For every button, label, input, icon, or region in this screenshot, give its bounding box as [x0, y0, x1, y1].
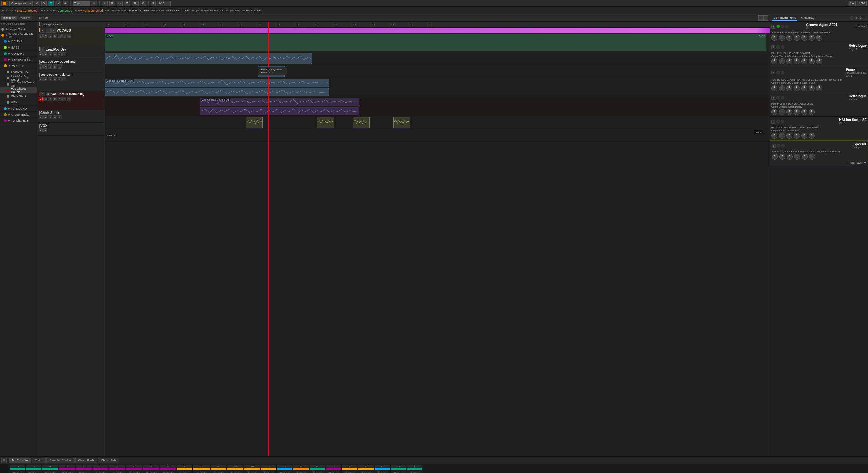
ch-l-btn-18[interactable]: L — [52, 471, 56, 473]
knob-1-1[interactable] — [771, 35, 777, 41]
mode-a[interactable]: A — [63, 1, 68, 6]
vst-freeze-1[interactable] — [785, 25, 789, 28]
vocals-ctrl-2[interactable]: ◀ — [43, 34, 47, 38]
ch-m-btn-32[interactable]: M — [279, 471, 283, 473]
rp-close-btn[interactable]: ✕ — [863, 16, 866, 20]
knob-3-2[interactable] — [779, 85, 785, 91]
ch-m-btn-26[interactable]: M — [179, 471, 182, 473]
ch-s-btn-21[interactable]: S — [99, 471, 102, 473]
cs-btn2[interactable]: ◀ — [43, 115, 47, 119]
knob-1-3[interactable] — [786, 35, 792, 41]
inspector-item-voc-chorus[interactable]: Voc Chorus Double — [0, 87, 37, 93]
vd-btn2[interactable]: ◀ — [43, 77, 47, 81]
ch-m-btn-24[interactable]: M — [146, 471, 149, 473]
tab-vst-instruments[interactable]: VST Instruments — [772, 15, 797, 21]
inspector-item-choir-stack[interactable]: Choir Stack — [0, 93, 37, 99]
rp-settings-btn[interactable]: ⚙ — [854, 16, 858, 20]
vst-active-2[interactable] — [776, 45, 780, 49]
ch-l-btn-29[interactable]: L — [237, 471, 241, 473]
ch-s-btn-28[interactable]: S — [217, 471, 220, 473]
knob-4-4[interactable] — [794, 109, 800, 115]
knob-5-2[interactable] — [779, 133, 785, 139]
lv-ueber-btn3[interactable]: E — [48, 64, 52, 69]
ch-m-btn-35[interactable]: M — [328, 471, 332, 473]
voc-chorus-clip-top[interactable]: Voc Chorus Double-01 — [200, 98, 359, 106]
inspector-item-arranger[interactable]: Arranger Track — [0, 26, 37, 32]
ch-m-btn-21[interactable]: M — [95, 471, 98, 473]
inspector-item-groove[interactable]: ▼ Groove Agent SE 01 — [0, 32, 37, 38]
ch-l-btn-40[interactable]: L — [417, 471, 420, 473]
knob-6-2[interactable] — [779, 154, 785, 160]
vd-btn1[interactable]: ● — [39, 77, 43, 81]
mode-r[interactable]: R — [48, 1, 54, 6]
ch-s-btn-29[interactable]: S — [234, 471, 237, 473]
ch-m-btn-16[interactable]: M — [12, 471, 16, 473]
knob-5-1[interactable] — [771, 133, 777, 139]
quantize-select[interactable]: 1/16 — [157, 1, 171, 6]
cs-btn5[interactable]: R — [58, 115, 62, 119]
ch-s-btn-37[interactable]: S — [364, 471, 368, 473]
tab-chord-sets[interactable]: Chord Sets — [98, 458, 119, 463]
ch-l-btn-16[interactable]: L — [20, 471, 23, 473]
ch-s-btn-30[interactable]: S — [251, 471, 254, 473]
ch-s-btn-17[interactable]: S — [32, 471, 36, 473]
knob-6-3[interactable] — [787, 154, 793, 160]
ch-s-btn-16[interactable]: S — [16, 471, 19, 473]
app-icon[interactable] — [1, 1, 8, 6]
vst-edit-5[interactable] — [781, 120, 784, 123]
vox-btn2[interactable]: ◀ — [43, 128, 47, 132]
ch-m-btn-27[interactable]: M — [196, 471, 199, 473]
tab-sampler[interactable]: Sampler Control — [46, 458, 75, 463]
tool-arrow[interactable]: ↖ — [102, 1, 108, 6]
vst-edit-6[interactable] — [781, 144, 785, 147]
ch-s-btn-18[interactable]: S — [48, 471, 52, 473]
vst-active-1[interactable] — [776, 25, 780, 28]
audio-inputs[interactable]: Audio Inputs Not Connected — [1, 9, 38, 12]
knob-3-7[interactable] — [816, 85, 822, 91]
vocals-mute-btn[interactable] — [46, 28, 51, 33]
inspector-item-leadvoc-dry[interactable]: LeadVoc Dry — [0, 69, 37, 75]
vocals-solo-btn[interactable]: S — [51, 28, 56, 33]
inspector-item-vocals[interactable]: ▼ VOCALS — [0, 63, 37, 69]
knob-1-2[interactable] — [779, 35, 785, 41]
mode-w[interactable]: W — [55, 1, 61, 6]
vc-record-btn[interactable]: ● — [39, 97, 43, 101]
knob-5-4[interactable] — [794, 133, 800, 139]
ch-s-btn-33[interactable]: S — [299, 471, 303, 473]
touch-mode-btn[interactable]: Touch — [73, 1, 90, 6]
ch-s-btn-27[interactable]: S — [200, 471, 203, 473]
ch-l-btn-24[interactable]: L — [153, 471, 157, 473]
knob-5-5[interactable] — [801, 133, 807, 139]
ch-s-btn-19[interactable]: S — [65, 471, 69, 473]
tool-split[interactable]: ✂ — [117, 1, 123, 6]
vst-edit-1[interactable] — [781, 25, 784, 28]
choir-clip-4[interactable] — [393, 117, 410, 128]
audio-outputs[interactable]: Audio Outputs Connected — [40, 9, 72, 12]
voc-double-clip-top[interactable]: Voc DoubleTrack ADT — [105, 79, 329, 87]
vc-btn4[interactable]: E — [53, 97, 57, 101]
ch-m-btn-22[interactable]: M — [112, 471, 115, 473]
vst-active-5[interactable] — [776, 120, 780, 123]
ch-s-btn-34[interactable]: S — [316, 471, 319, 473]
vd-btn6[interactable]: □ — [62, 77, 66, 81]
tab-mixconsole[interactable]: MixConsole — [9, 458, 31, 463]
ch-m-btn-31[interactable]: M — [263, 471, 267, 473]
lv-dry-btn1[interactable]: ● — [39, 52, 43, 56]
tab-chord-pads[interactable]: Chord Pads — [75, 458, 98, 463]
ch-m-btn-25[interactable]: M — [163, 471, 166, 473]
vc-btn3[interactable]: E — [48, 97, 52, 101]
inspector-item-bass[interactable]: ▶ BASS — [0, 44, 37, 51]
vocals-folder-clip[interactable]: VOC VOC — [105, 34, 766, 51]
lv-dry-btn4[interactable]: E — [53, 52, 57, 56]
bar-btn[interactable]: Bar — [848, 1, 856, 6]
tool-zoom[interactable]: 🔍 — [132, 1, 139, 6]
knob-1-6[interactable] — [809, 35, 815, 41]
knob-3-3[interactable] — [786, 85, 792, 91]
vst-edit-4[interactable] — [781, 96, 784, 99]
leadvoc-dry-clip[interactable] — [105, 53, 312, 64]
ch-l-btn-26[interactable]: L — [186, 471, 190, 473]
lv-ueber-btn1[interactable]: ● — [39, 64, 43, 69]
leadvoc-ueber-clip[interactable]: LeadVoc Dry Uebe... — [258, 66, 285, 77]
knob-2-2[interactable] — [779, 58, 785, 64]
ch-l-btn-28[interactable]: L — [220, 471, 224, 473]
